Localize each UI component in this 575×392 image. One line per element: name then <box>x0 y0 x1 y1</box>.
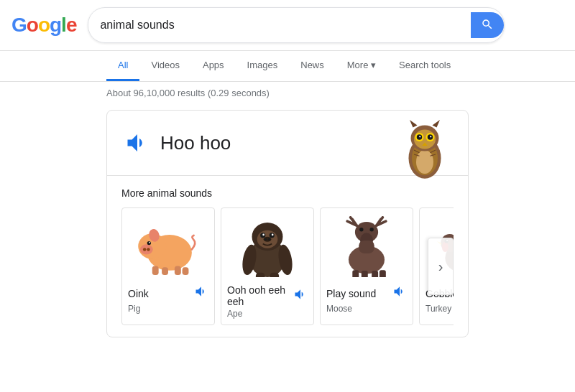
search-icon <box>481 18 494 31</box>
nav-tabs: All Videos Apps Images News More ▾ Searc… <box>0 51 575 82</box>
ape-image <box>227 214 308 279</box>
knowledge-panel: Hoo hoo <box>106 110 469 337</box>
svg-point-35 <box>262 233 264 235</box>
tab-more[interactable]: More ▾ <box>336 51 387 81</box>
pig-sound-row: Oink <box>128 284 208 302</box>
moose-species: Moose <box>326 304 407 314</box>
svg-rect-27 <box>162 267 168 275</box>
svg-point-20 <box>140 244 153 254</box>
results-info: About 96,10,000 results (0.29 seconds) <box>0 82 575 104</box>
tab-news[interactable]: News <box>289 51 336 81</box>
svg-rect-43 <box>270 272 280 276</box>
results-count: About 96,10,000 results (0.29 seconds) <box>106 88 270 98</box>
animal-card-ape[interactable]: Ooh ooh eeh eeh Ape <box>221 207 314 325</box>
tab-videos[interactable]: Videos <box>139 51 191 81</box>
svg-point-12 <box>430 136 431 137</box>
owl-illustration <box>396 118 454 182</box>
next-button[interactable]: › <box>428 238 454 295</box>
featured-sound[interactable]: Hoo hoo <box>107 111 468 175</box>
more-sounds-section: More animal sounds <box>107 175 468 337</box>
animals-row: Oink Pig <box>121 207 454 325</box>
svg-point-38 <box>264 238 267 241</box>
svg-point-11 <box>419 136 420 137</box>
tab-all[interactable]: All <box>106 51 139 81</box>
svg-point-2 <box>416 150 433 174</box>
moose-sound: Play sound <box>326 288 376 299</box>
svg-point-36 <box>272 233 274 235</box>
svg-rect-53 <box>380 270 386 277</box>
tab-images[interactable]: Images <box>236 51 290 81</box>
pig-image <box>128 214 208 279</box>
tab-apps[interactable]: Apps <box>191 51 236 81</box>
svg-rect-52 <box>372 271 378 277</box>
pig-sound-button[interactable] <box>194 284 208 302</box>
svg-marker-5 <box>433 120 441 128</box>
search-button[interactable] <box>471 12 504 38</box>
header: Google <box>0 0 575 51</box>
search-bar <box>88 7 505 43</box>
svg-rect-42 <box>256 272 265 276</box>
chevron-right-icon: › <box>438 258 443 275</box>
ape-sound-button[interactable] <box>293 287 308 305</box>
moose-sound-row: Play sound <box>326 284 407 302</box>
moose-image <box>326 214 407 279</box>
ape-sound: Ooh ooh eeh eeh <box>227 284 293 307</box>
svg-marker-4 <box>410 120 418 128</box>
svg-rect-26 <box>152 266 159 275</box>
search-input[interactable] <box>100 19 471 32</box>
google-logo: Google <box>12 14 76 37</box>
svg-point-46 <box>359 228 363 231</box>
svg-rect-28 <box>175 266 181 275</box>
speaker-icon <box>124 130 150 156</box>
pig-sound: Oink <box>128 288 149 299</box>
ape-species: Ape <box>227 309 308 319</box>
svg-point-47 <box>369 228 373 231</box>
svg-rect-29 <box>183 267 189 275</box>
svg-rect-50 <box>352 270 359 277</box>
animal-card-moose[interactable]: Play sound Moose <box>320 207 413 325</box>
more-sounds-title: More animal sounds <box>121 187 454 199</box>
svg-point-22 <box>147 248 150 251</box>
svg-point-23 <box>147 241 151 245</box>
moose-sound-button[interactable] <box>392 284 407 302</box>
search-tools-button[interactable]: Search tools <box>387 51 462 81</box>
animal-card-pig[interactable]: Oink Pig <box>121 207 215 325</box>
turkey-species: Turkey <box>426 304 454 314</box>
svg-rect-51 <box>362 271 368 277</box>
pig-species: Pig <box>128 304 208 314</box>
featured-sound-text: Hoo hoo <box>160 132 231 154</box>
ape-sound-row: Ooh ooh eeh eeh <box>227 284 308 307</box>
svg-point-24 <box>149 242 150 243</box>
svg-point-21 <box>143 248 146 251</box>
svg-point-39 <box>268 238 271 241</box>
svg-rect-49 <box>359 241 374 253</box>
